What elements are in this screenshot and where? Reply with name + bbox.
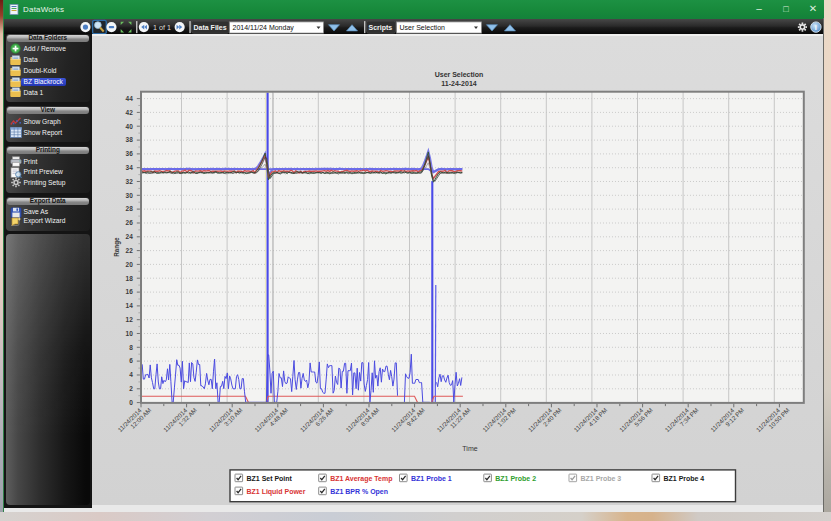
svg-text:8: 8 [129, 344, 133, 351]
svg-text:i: i [815, 23, 817, 32]
svg-text:20: 20 [126, 261, 134, 268]
svg-text:40: 40 [126, 122, 134, 129]
svg-text:User Selection: User Selection [400, 24, 446, 31]
svg-text:BZ1 Probe 3: BZ1 Probe 3 [580, 475, 621, 482]
svg-text:Data Files: Data Files [194, 23, 227, 30]
svg-text:10: 10 [126, 330, 134, 337]
svg-text:30: 30 [126, 192, 134, 199]
svg-text:14: 14 [126, 302, 134, 309]
svg-text:BZ1 BPR % Open: BZ1 BPR % Open [330, 488, 388, 496]
svg-text:28: 28 [126, 205, 134, 212]
svg-text:1 of 1: 1 of 1 [153, 22, 171, 31]
svg-text:26: 26 [126, 219, 134, 226]
svg-text:0: 0 [129, 399, 133, 406]
svg-text:6: 6 [129, 357, 133, 364]
svg-text:44: 44 [126, 95, 134, 102]
svg-text:Scripts: Scripts [369, 23, 393, 31]
svg-text:Range: Range [114, 237, 122, 257]
svg-text:BZ1 Average Temp: BZ1 Average Temp [330, 475, 392, 483]
svg-text:24: 24 [126, 233, 134, 240]
svg-text:2014/11/24 Monday: 2014/11/24 Monday [233, 24, 295, 32]
svg-text:BZ1 Probe 4: BZ1 Probe 4 [663, 475, 704, 482]
svg-text:BZ1 Probe 1: BZ1 Probe 1 [411, 475, 452, 482]
svg-text:42: 42 [126, 109, 134, 116]
svg-text:4: 4 [129, 371, 133, 378]
svg-text:16: 16 [126, 288, 134, 295]
svg-text:2: 2 [129, 385, 133, 392]
svg-text:34: 34 [126, 164, 134, 171]
svg-text:Time: Time [462, 444, 477, 451]
svg-text:User Selection: User Selection [435, 70, 484, 77]
svg-text:22: 22 [126, 247, 134, 254]
svg-text:BZ1 Liquid Power: BZ1 Liquid Power [247, 488, 306, 496]
svg-text:38: 38 [126, 136, 134, 143]
svg-text:BZ1 Set Point: BZ1 Set Point [247, 475, 293, 482]
svg-text:11-24-2014: 11-24-2014 [441, 79, 476, 86]
svg-text:18: 18 [126, 274, 134, 281]
svg-text:32: 32 [126, 178, 134, 185]
svg-text:12: 12 [126, 316, 134, 323]
svg-text:BZ1 Probe 2: BZ1 Probe 2 [495, 475, 536, 482]
svg-text:36: 36 [126, 150, 134, 157]
